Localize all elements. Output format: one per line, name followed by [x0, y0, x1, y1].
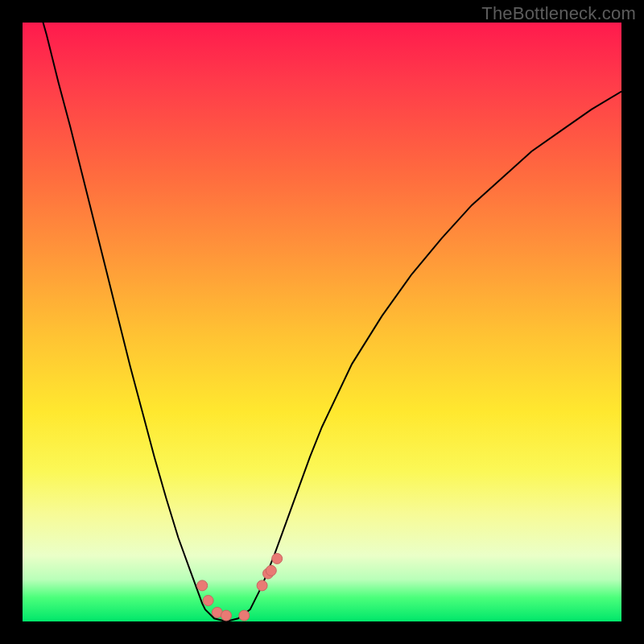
watermark-label: TheBottleneck.com [481, 3, 636, 24]
anomaly-dot [203, 596, 213, 606]
anomaly-dots [23, 23, 621, 621]
chart-plot-area [23, 23, 621, 621]
anomaly-dot [272, 553, 283, 564]
anomaly-dot [239, 610, 250, 621]
anomaly-dot [266, 565, 276, 576]
anomaly-dot [257, 580, 267, 591]
anomaly-dot [221, 610, 232, 621]
anomaly-dot [197, 580, 208, 591]
